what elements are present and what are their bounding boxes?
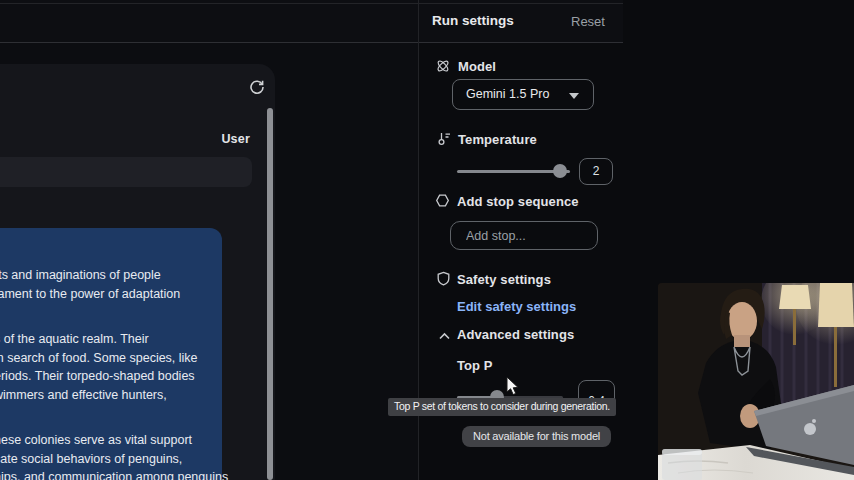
model-response-text: rts and imaginations of people tament to…: [0, 266, 229, 480]
model-label: Model: [458, 59, 496, 74]
response-line: eriods. Their torpedo-shaped bodies: [0, 367, 229, 386]
person-neck: [734, 335, 750, 347]
stop-sequence-input[interactable]: [450, 221, 598, 250]
temperature-label: Temperature: [458, 132, 537, 147]
temperature-slider-thumb[interactable]: [553, 164, 567, 178]
refresh-icon: [248, 78, 266, 96]
not-available-tooltip: Not available for this model: [462, 426, 611, 447]
edit-safety-settings-link[interactable]: Edit safety settings: [457, 299, 576, 314]
response-line: hips, and communication among penguins: [0, 468, 229, 480]
run-settings-title: Run settings: [432, 13, 514, 28]
model-dropdown-value: Gemini 1.5 Pro: [466, 87, 549, 101]
lamp-shade: [818, 283, 854, 327]
lamp-stem: [834, 327, 837, 387]
chat-scrollbar[interactable]: [267, 108, 273, 480]
water-glass: [662, 449, 702, 480]
top-p-label: Top P: [457, 358, 493, 373]
thermometer-icon: [437, 131, 453, 147]
message-role-label: User: [0, 132, 250, 146]
response-line: rts and imaginations of people: [0, 266, 229, 285]
model-spark-icon: [435, 58, 451, 74]
window-top-edge: [0, 3, 623, 4]
top-p-tooltip: Top P set of tokens to consider during g…: [388, 398, 616, 416]
response-line: tament to the power of adaptation: [0, 285, 229, 304]
safety-settings-label: Safety settings: [457, 272, 551, 287]
lamp-stem: [793, 309, 796, 345]
lamp-shade: [779, 285, 811, 309]
response-line: s of the aquatic realm. Their: [0, 330, 229, 349]
hexagon-icon: [435, 193, 451, 209]
chevron-up-icon: [438, 329, 454, 345]
webcam-overlay: [658, 283, 854, 480]
response-line: cate social behaviors of penguins,: [0, 450, 229, 469]
refresh-button[interactable]: [248, 78, 266, 96]
model-dropdown[interactable]: Gemini 1.5 Pro: [452, 79, 594, 110]
advanced-settings-label[interactable]: Advanced settings: [457, 327, 574, 342]
reset-button[interactable]: Reset: [571, 14, 605, 29]
response-line: hese colonies serve as vital support: [0, 431, 229, 450]
stop-sequence-label: Add stop sequence: [457, 194, 579, 209]
app-screenshot: User rts and imaginations of people tame…: [0, 0, 854, 480]
mouse-cursor: [506, 377, 522, 401]
response-line: in search of food. Some species, like: [0, 349, 229, 368]
user-message-bubble[interactable]: [0, 157, 252, 187]
response-line: wimmers and effective hunters,: [0, 386, 229, 405]
caret-down-icon: [569, 93, 579, 99]
top-header-strip: [0, 0, 623, 42]
header-divider: [0, 42, 623, 43]
temperature-value-box[interactable]: 2: [579, 158, 613, 185]
shield-icon: [436, 271, 452, 287]
